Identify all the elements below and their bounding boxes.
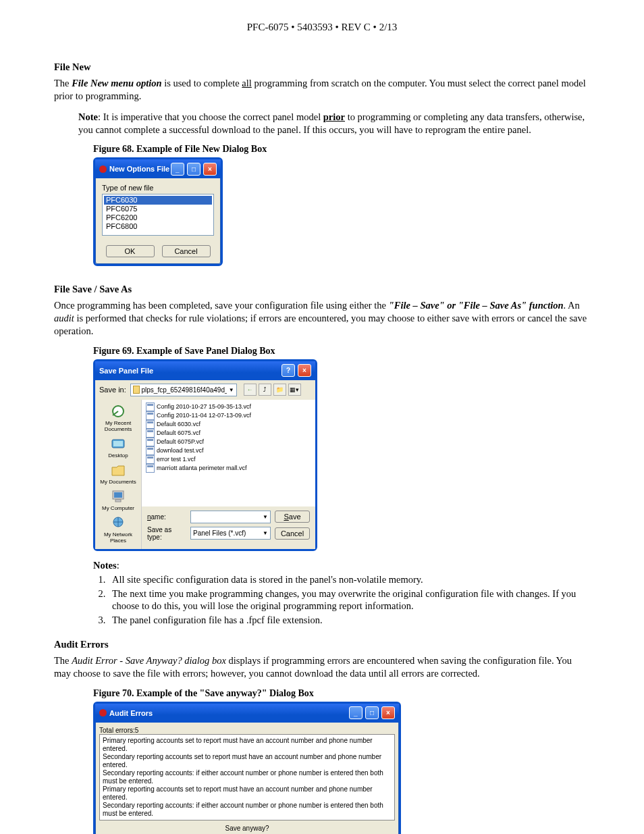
dialog-titlebar[interactable]: New Options File _ □ × (95, 159, 221, 178)
cancel-button[interactable]: Cancel (162, 245, 211, 257)
file-icon (146, 420, 155, 429)
save-button[interactable]: Save (275, 511, 310, 523)
new-folder-button[interactable]: 📁 (273, 384, 286, 396)
file-new-dialog: New Options File _ □ × Type of new file … (93, 157, 223, 266)
list-item[interactable]: PFC6030 (104, 196, 212, 205)
views-button[interactable]: ▦▾ (288, 384, 301, 396)
places-desktop[interactable]: Desktop (108, 436, 128, 459)
filename-label: name: (147, 513, 186, 521)
save-in-label: Save in: (99, 386, 126, 394)
dialog-title: Save Panel File (99, 367, 153, 375)
app-icon (99, 165, 107, 173)
error-item: Primary reporting accounts set to report… (103, 737, 392, 753)
svg-rect-5 (115, 500, 121, 502)
list-item[interactable]: PFC6200 (104, 213, 212, 222)
maximize-button[interactable]: □ (187, 163, 200, 176)
file-icon (146, 411, 155, 420)
error-item: Secondary reporting accounts: if either … (103, 769, 392, 785)
minimize-button[interactable]: _ (171, 163, 184, 176)
file-icon (146, 455, 155, 464)
chevron-down-icon[interactable]: ▼ (263, 530, 268, 536)
saveastype-combo[interactable]: Panel Files (*.vcf)▼ (190, 527, 271, 540)
file-save-para: Once programming has been completed, sav… (54, 299, 590, 338)
ok-button[interactable]: OK (106, 245, 155, 257)
cancel-button[interactable]: Cancel (275, 527, 310, 540)
chevron-down-icon[interactable]: ▼ (229, 387, 234, 393)
error-item: Secondary reporting accounts set to repo… (103, 753, 392, 769)
file-icon (146, 429, 155, 438)
error-item: Secondary reporting accounts: if either … (103, 802, 392, 818)
dialog-titlebar[interactable]: Save Panel File ? × (95, 361, 315, 380)
file-item[interactable]: marriott atlanta perimeter mall.vcf (146, 464, 311, 473)
notes-list: All site specific configuration data is … (93, 573, 590, 627)
total-errors-label: Total errors:5 (99, 727, 395, 734)
places-bar: My Recent Documents Desktop My Documents… (95, 400, 142, 549)
list-item[interactable]: PFC6075 (104, 205, 212, 213)
section-file-save-title: File Save / Save As (54, 284, 590, 295)
notes-heading: Notes: (93, 559, 590, 572)
figure-70-caption: Figure 70. Example of the "Save anyway?"… (93, 688, 590, 699)
close-button[interactable]: × (203, 163, 217, 176)
back-button[interactable]: ← (244, 384, 257, 396)
help-button[interactable]: ? (281, 364, 295, 377)
note-item: The next time you make programming chang… (108, 588, 590, 613)
panel-type-listbox[interactable]: PFC6030 PFC6075 PFC6200 PFC6800 (102, 194, 214, 236)
file-item[interactable]: Default 6075.vcf (146, 429, 311, 438)
file-item[interactable]: Config 2010-11-04 12-07-13-09.vcf (146, 411, 311, 420)
maximize-button[interactable]: □ (365, 706, 379, 719)
file-item[interactable]: download test.vcf (146, 446, 311, 455)
close-button[interactable]: × (298, 364, 311, 377)
places-mydocs[interactable]: My Documents (100, 463, 136, 485)
places-network[interactable]: My Network Places (97, 515, 140, 544)
section-file-new-title: File New (54, 61, 590, 73)
close-button[interactable]: × (381, 706, 395, 719)
figure-68-caption: Figure 68. Example of File New Dialog Bo… (93, 144, 590, 155)
file-item[interactable]: Config 2010-10-27 15-09-35-13.vcf (146, 402, 311, 411)
file-icon (146, 438, 155, 446)
dialog-titlebar[interactable]: Audit Errors _ □ × (95, 704, 399, 723)
file-list-pane[interactable]: Config 2010-10-27 15-09-35-13.vcf Config… (142, 400, 315, 506)
app-icon (99, 709, 107, 716)
folder-icon (133, 386, 140, 394)
svg-rect-4 (114, 492, 122, 498)
list-item[interactable]: PFC6800 (104, 222, 212, 231)
minimize-button[interactable]: _ (349, 706, 363, 719)
save-anyway-prompt: Save anyway? (99, 825, 395, 832)
file-icon (146, 446, 155, 455)
audit-errors-dialog: Audit Errors _ □ × Total errors:5 Primar… (93, 702, 401, 834)
places-recent[interactable]: My Recent Documents (97, 404, 140, 432)
file-new-para: The File New menu option is used to comp… (54, 77, 590, 103)
up-one-level-button[interactable]: ⤴ (259, 384, 271, 396)
file-item[interactable]: Default 6075P.vcf (146, 438, 311, 446)
dialog-title: New Options File (109, 165, 169, 173)
error-list-box[interactable]: Primary reporting accounts set to report… (99, 734, 395, 820)
places-mycomputer[interactable]: My Computer (102, 489, 134, 511)
audit-errors-para: The Audit Error - Save Anyway? dialog bo… (54, 654, 590, 680)
filename-input[interactable]: ▼ (190, 511, 271, 523)
section-audit-errors-title: Audit Errors (54, 639, 590, 650)
file-item[interactable]: error test 1.vcf (146, 455, 311, 464)
file-icon (146, 402, 155, 411)
error-item: Primary reporting accounts set to report… (103, 785, 392, 802)
note-item: The panel configuration file has a .fpcf… (108, 614, 590, 627)
save-panel-file-dialog: Save Panel File ? × Save in: plps_fcp_65… (93, 359, 317, 551)
svg-rect-2 (113, 441, 123, 446)
file-new-note: Note: It is imperative that you choose t… (78, 111, 590, 136)
save-in-row: Save in: plps_fcp_65249816f40a49d_0001.0… (95, 380, 315, 400)
file-item[interactable]: Default 6030.vcf (146, 420, 311, 429)
saveastype-label: Save as type: (147, 526, 186, 541)
dialog-title: Audit Errors (109, 709, 153, 717)
page-header: PFC-6075 • 5403593 • REV C • 2/13 (54, 22, 590, 33)
chevron-down-icon[interactable]: ▼ (263, 514, 268, 520)
figure-69-caption: Figure 69. Example of Save Panel Dialog … (93, 346, 590, 357)
save-in-combo[interactable]: plps_fcp_65249816f40a49d_0001.0000_62! ▼ (130, 384, 237, 396)
file-icon (146, 464, 155, 473)
type-of-file-label: Type of new file (102, 184, 214, 192)
note-item: All site specific configuration data is … (108, 573, 590, 586)
